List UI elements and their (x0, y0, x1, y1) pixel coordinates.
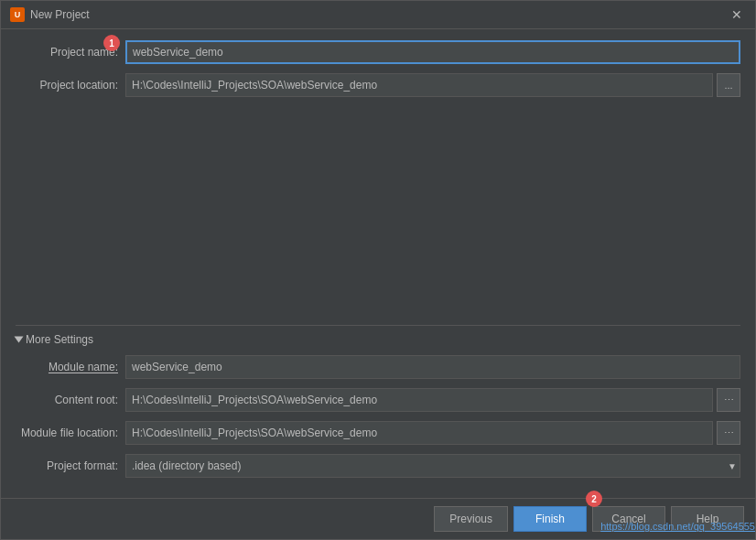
module-file-label: Module file location: (16, 427, 125, 439)
dialog-title: New Project (30, 8, 90, 21)
cancel-button[interactable]: Cancel (592, 506, 665, 532)
project-location-browse-button[interactable]: ... (717, 73, 740, 97)
module-file-input-wrapper: ⋯ (125, 421, 740, 445)
content-root-row: Content root: ⋯ (16, 388, 740, 412)
project-location-input-wrapper: ... (125, 73, 740, 97)
dialog-content: 1 Project name: Project location: ... (1, 29, 755, 498)
badge-1: 1 (103, 35, 120, 51)
content-root-input-wrapper: ⋯ (125, 388, 740, 412)
more-settings-label: More Settings (26, 333, 93, 346)
project-location-label: Project location: (16, 79, 125, 92)
dialog-footer: 2 https://blog.csdn.net/qq_39564555 Prev… (1, 498, 755, 539)
content-root-input[interactable] (125, 388, 713, 412)
project-format-label: Project format: (16, 459, 125, 472)
more-settings-section: More Settings Module name: Content root:… (16, 325, 740, 487)
finish-button[interactable]: Finish (513, 506, 587, 532)
title-bar: U New Project ✕ (1, 1, 755, 29)
project-location-input[interactable] (125, 73, 713, 97)
close-button[interactable]: ✕ (728, 6, 746, 23)
project-format-select-wrapper: .idea (directory based) .ipr (file based… (125, 454, 740, 478)
spacer (16, 106, 740, 321)
module-name-input[interactable] (125, 355, 740, 379)
app-logo-icon: U (10, 7, 25, 22)
project-format-row: Project format: .idea (directory based) … (16, 454, 740, 478)
previous-button[interactable]: Previous (434, 506, 508, 532)
module-name-row: Module name: (16, 355, 740, 379)
project-name-row: Project name: (16, 40, 740, 64)
content-root-browse-button[interactable]: ⋯ (717, 388, 740, 412)
module-name-input-wrapper (125, 355, 740, 379)
module-file-row: Module file location: ⋯ (16, 421, 740, 445)
project-format-wrapper: .idea (directory based) .ipr (file based… (125, 454, 740, 478)
help-button[interactable]: Help (671, 506, 744, 532)
content-root-label: Content root: (16, 394, 125, 406)
project-name-input[interactable] (125, 40, 740, 64)
expand-icon (15, 337, 24, 343)
badge-2: 2 (586, 491, 602, 507)
project-location-row: Project location: ... (16, 73, 740, 97)
module-file-input[interactable] (125, 421, 713, 445)
more-settings-header[interactable]: More Settings (16, 333, 740, 346)
module-file-browse-button[interactable]: ⋯ (717, 421, 740, 445)
module-name-label: Module name: (16, 361, 125, 373)
title-bar-left: U New Project (10, 7, 90, 22)
new-project-dialog: U New Project ✕ 1 Project name: Project … (0, 0, 756, 540)
project-format-select[interactable]: .idea (directory based) .ipr (file based… (125, 454, 740, 478)
project-name-input-wrapper (125, 40, 740, 64)
